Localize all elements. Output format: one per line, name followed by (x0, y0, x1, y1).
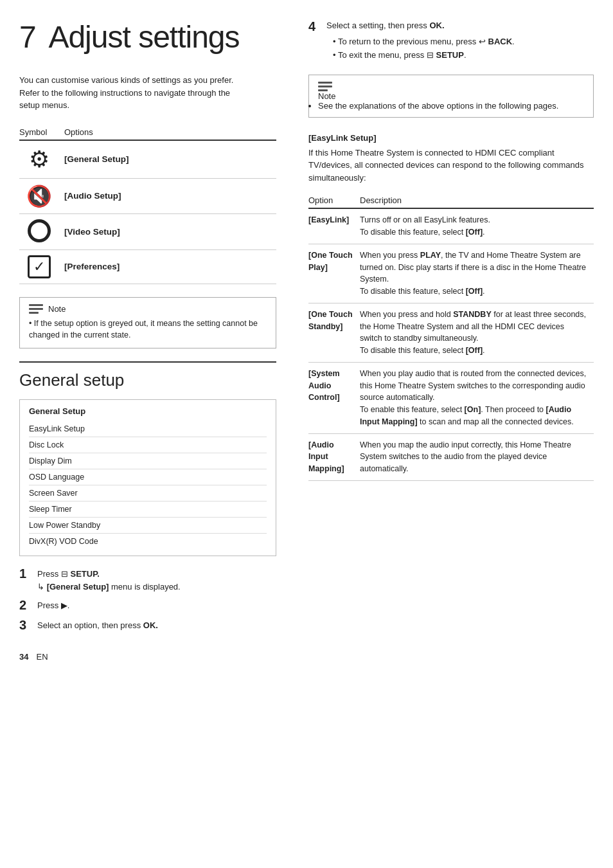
note-box-2: Note See the explanations of the above o… (308, 75, 594, 118)
easylink-title: [EasyLink Setup] (308, 133, 594, 143)
easylink-opt-0: [EasyLink] (308, 208, 360, 244)
easylink-opt-2: [One Touch Standby] (308, 303, 360, 362)
left-column: 7 Adjust settings You can customise vari… (19, 19, 296, 662)
step-4-content: Select a setting, then press OK. To retu… (326, 19, 515, 63)
step-4-bullet-0: To return to the previous menu, press ↩ … (333, 35, 515, 48)
page-title: 7 Adjust settings (19, 19, 276, 55)
note-icon-2 (318, 82, 332, 91)
option-prefs: [Preferences] (64, 249, 276, 284)
easylink-desc-3: When you play audio that is routed from … (360, 362, 594, 433)
setup-menu-item-1: Disc Lock (29, 437, 267, 453)
note-list-2: See the explanations of the above option… (318, 101, 584, 111)
col-symbol: Symbol (19, 125, 64, 140)
setup-icon-1: ⊟ (61, 569, 71, 579)
setup-icon-2: ⊟ (427, 50, 434, 60)
note-icon-1 (29, 304, 43, 314)
step-2: 2 Press ▶. (19, 599, 276, 613)
page-footer: 34 EN (19, 652, 276, 662)
step-1-sub-text: menu is displayed. (109, 582, 180, 592)
right-steps: 4 Select a setting, then press OK. To re… (308, 19, 594, 63)
option-general: [General Setup] (64, 140, 276, 179)
step-3-num: 3 (19, 618, 37, 633)
setup-menu-item-2: Display Dim (29, 453, 267, 469)
symbol-cell-check: ✓ (19, 249, 64, 284)
step-4: 4 Select a setting, then press OK. To re… (308, 19, 594, 63)
option-audio: [Audio Setup] (64, 178, 276, 213)
step-3-ok: OK. (143, 620, 158, 630)
gear-icon: ⚙ (29, 146, 49, 173)
step-1-num: 1 (19, 566, 37, 581)
chapter-title: Adjust settings (48, 20, 239, 54)
step-2-content: Press ▶. (37, 599, 69, 612)
easylink-row-0: [EasyLink] Turns off or on all EasyLink … (308, 208, 594, 244)
circle-icon (28, 219, 51, 242)
easylink-desc-4: When you map the audio input correctly, … (360, 433, 594, 480)
step-4-ok: OK. (429, 21, 444, 30)
note-item-1: If the setup option is greyed out, it me… (29, 318, 267, 342)
setup-menu-item-6: Low Power Standby (29, 518, 267, 534)
step-4-bullets: To return to the previous menu, press ↩ … (326, 35, 515, 62)
note-header-2: Note (318, 82, 584, 101)
easylink-section: [EasyLink Setup] If this Home Theatre Sy… (308, 133, 594, 481)
step-3: 3 Select an option, then press OK. (19, 619, 276, 633)
symbol-cell-speaker: 🔇 (19, 178, 64, 213)
chapter-number: 7 (19, 20, 36, 54)
note-label-1: Note (48, 304, 66, 314)
note-item-2: See the explanations of the above option… (318, 101, 584, 111)
step-2-num: 2 (19, 598, 37, 613)
setup-menu-item-4: Screen Saver (29, 485, 267, 502)
right-column: 4 Select a setting, then press OK. To re… (296, 19, 594, 662)
table-row: ⚙ [General Setup] (19, 140, 276, 179)
symbol-cell-circle (19, 213, 64, 249)
step-1-sub: [General Setup] (47, 582, 109, 592)
note-label-2: Note (318, 91, 335, 101)
setup-menu-item-3: OSD Language (29, 469, 267, 485)
easylink-desc-1: When you press PLAY, the TV and Home The… (360, 244, 594, 303)
option-video: [Video Setup] (64, 213, 276, 249)
table-row: 🔇 [Audio Setup] (19, 178, 276, 213)
note-box-1: Note If the setup option is greyed out, … (19, 297, 276, 349)
setup-menu-item-0: EasyLink Setup (29, 421, 267, 437)
easylink-intro: If this Home Theatre System is connected… (308, 147, 594, 185)
symbol-table: Symbol Options ⚙ [General Setup] 🔇 [Audi… (19, 125, 276, 284)
page-number: 34 (19, 652, 28, 662)
easylink-desc-0: Turns off or on all EasyLink features. T… (360, 208, 594, 244)
page-container: 7 Adjust settings You can customise vari… (19, 19, 594, 662)
easylink-row-4: [Audio Input Mapping] When you map the a… (308, 433, 594, 480)
back-icon: ↩ (479, 37, 486, 46)
general-setup-box: General Setup EasyLink Setup Disc Lock D… (19, 399, 276, 556)
step-1: 1 Press ⊟ SETUP. ↳ [General Setup] menu … (19, 568, 276, 593)
symbol-cell-gear: ⚙ (19, 140, 64, 179)
step-1-content: Press ⊟ SETUP. ↳ [General Setup] menu is… (37, 568, 181, 593)
table-row: [Video Setup] (19, 213, 276, 249)
note-list-1: If the setup option is greyed out, it me… (29, 318, 267, 342)
step-1-setup-label: SETUP. (70, 569, 99, 579)
easylink-table: Option Description [EasyLink] Turns off … (308, 193, 594, 481)
easylink-row-3: [System Audio Control] When you play aud… (308, 362, 594, 433)
steps-section: 1 Press ⊟ SETUP. ↳ [General Setup] menu … (19, 568, 276, 633)
easylink-row-1: [One Touch Play] When you press PLAY, th… (308, 244, 594, 303)
easylink-opt-4: [Audio Input Mapping] (308, 433, 360, 480)
note-header-1: Note (29, 304, 267, 314)
col-options: Options (64, 125, 276, 140)
easylink-opt-1: [One Touch Play] (308, 244, 360, 303)
easylink-opt-3: [System Audio Control] (308, 362, 360, 433)
easylink-desc-2: When you press and hold STANDBY for at l… (360, 303, 594, 362)
setup-menu-item-5: Sleep Timer (29, 502, 267, 518)
general-setup-title: General setup (19, 370, 276, 390)
section-divider (19, 361, 276, 363)
checkmark-icon: ✓ (28, 255, 51, 278)
intro-text: You can customise various kinds of setti… (19, 74, 238, 112)
step-3-text: Select an option, then press (37, 620, 141, 630)
step-4-num: 4 (308, 19, 326, 34)
step-4-text: Select a setting, then press (326, 21, 427, 30)
easylink-col-option: Option (308, 193, 360, 208)
box-title: General Setup (29, 406, 267, 416)
table-row: ✓ [Preferences] (19, 249, 276, 284)
easylink-row-2: [One Touch Standby] When you press and h… (308, 303, 594, 362)
setup-menu-item-7: DivX(R) VOD Code (29, 534, 267, 549)
lang-code: EN (36, 652, 48, 662)
speaker-icon: 🔇 (26, 184, 52, 208)
step-1-press-text: Press (37, 569, 58, 579)
step-3-content: Select an option, then press OK. (37, 619, 158, 632)
